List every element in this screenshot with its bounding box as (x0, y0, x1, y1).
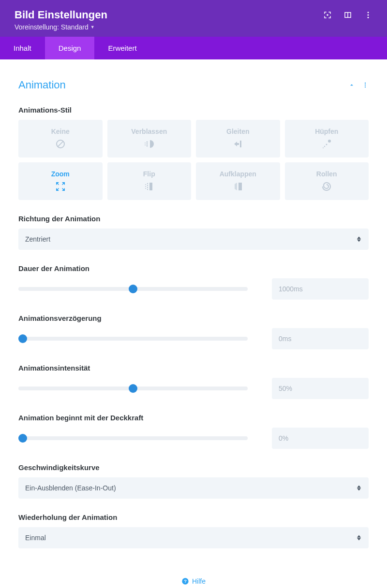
flip-icon (143, 181, 155, 192)
style-label: Verblassen (131, 128, 167, 135)
svg-point-15 (323, 147, 324, 148)
delay-slider[interactable] (18, 333, 248, 344)
tab-design[interactable]: Design (45, 37, 95, 59)
tabs: Inhalt Design Erweitert (0, 37, 387, 59)
repeat-value: Einmal (25, 534, 46, 542)
slider-thumb[interactable] (18, 434, 27, 443)
svg-point-13 (326, 144, 327, 145)
style-label: Aufklappen (220, 170, 256, 178)
svg-point-10 (145, 143, 146, 143)
svg-point-5 (365, 85, 366, 86)
help-link[interactable]: ? Hilfe (18, 577, 369, 585)
chevron-down-icon: ▼ (90, 25, 95, 29)
expand-icon[interactable] (323, 11, 332, 19)
style-option-fade[interactable]: Verblassen (107, 120, 192, 158)
svg-point-20 (145, 184, 146, 185)
slider-thumb[interactable] (129, 384, 137, 393)
intensity-input[interactable]: 50% (272, 378, 369, 399)
style-option-bounce[interactable]: Hüpfen (285, 120, 369, 158)
style-option-slide[interactable]: Gleiten (196, 120, 280, 158)
svg-point-16 (147, 183, 148, 184)
slider-thumb[interactable] (129, 285, 137, 293)
help-icon: ? (181, 577, 189, 585)
svg-point-18 (147, 187, 148, 188)
style-option-flip[interactable]: Flip (107, 162, 192, 200)
opacity-input[interactable]: 0% (272, 428, 369, 449)
fade-icon (143, 138, 155, 150)
zoom-icon (55, 181, 66, 192)
content-area: Animation Animations-Stil Keine Verblass… (0, 59, 387, 588)
modal-header: Bild Einstellungen Voreinstellung: Stand… (0, 0, 387, 37)
svg-point-6 (365, 86, 366, 87)
svg-point-1 (368, 12, 369, 13)
label-speed-curve: Geschwindigkeitskurve (18, 463, 369, 472)
svg-point-14 (324, 146, 325, 147)
slider-thumb[interactable] (18, 334, 27, 343)
repeat-select[interactable]: Einmal (18, 527, 369, 548)
fold-icon (232, 181, 244, 192)
direction-value: Zentriert (25, 235, 50, 243)
section-title[interactable]: Animation (18, 79, 66, 91)
style-label: Flip (143, 170, 155, 178)
label-delay: Animationsverzögerung (18, 314, 369, 322)
tab-content[interactable]: Inhalt (0, 37, 45, 59)
svg-point-19 (147, 189, 148, 190)
style-option-roll[interactable]: Rollen (285, 162, 369, 200)
style-option-none[interactable]: Keine (18, 120, 103, 158)
style-option-zoom[interactable]: Zoom (18, 162, 103, 200)
svg-point-11 (145, 144, 146, 145)
duration-input[interactable]: 1000ms (272, 278, 369, 300)
more-vert-icon[interactable] (362, 82, 369, 88)
style-label: Keine (51, 128, 70, 135)
svg-point-8 (147, 143, 148, 145)
svg-point-2 (368, 14, 369, 16)
label-repeat: Wiederholung der Animation (18, 513, 369, 521)
svg-point-7 (147, 142, 148, 143)
style-option-fold[interactable]: Aufklappen (196, 162, 280, 200)
preset-selector[interactable]: Voreinstellung: Standard ▼ (15, 23, 107, 31)
svg-point-3 (368, 17, 369, 18)
panel-icon[interactable] (343, 11, 352, 19)
svg-rect-0 (327, 14, 328, 16)
label-intensity: Animationsintensität (18, 364, 369, 372)
svg-text:?: ? (184, 579, 187, 584)
select-arrows-icon (356, 535, 362, 541)
duration-slider[interactable] (18, 283, 248, 295)
roll-icon (321, 181, 332, 192)
help-label: Hilfe (192, 577, 206, 585)
chevron-up-icon[interactable] (348, 82, 355, 88)
intensity-slider[interactable] (18, 383, 248, 394)
more-vert-icon[interactable] (364, 11, 372, 19)
delay-input[interactable]: 0ms (272, 328, 369, 349)
style-label: Gleiten (226, 128, 249, 135)
none-icon (55, 138, 66, 150)
bounce-icon (321, 138, 332, 150)
preset-value: Standard (61, 23, 89, 31)
style-label: Hüpfen (315, 128, 338, 135)
style-label: Rollen (316, 170, 337, 178)
select-arrows-icon (356, 237, 362, 242)
tab-advanced[interactable]: Erweitert (94, 37, 150, 59)
svg-point-4 (365, 83, 366, 84)
svg-point-22 (145, 188, 146, 189)
style-label: Zoom (51, 170, 70, 178)
animation-style-grid: Keine Verblassen Gleiten Hüpfen Zoom Fli… (18, 120, 369, 200)
svg-point-17 (147, 185, 148, 186)
select-arrows-icon (356, 486, 362, 491)
label-duration: Dauer der Animation (18, 264, 369, 272)
opacity-slider[interactable] (18, 432, 248, 444)
svg-point-12 (328, 140, 331, 143)
svg-point-9 (147, 145, 148, 147)
speed-curve-value: Ein-Ausblenden (Ease-In-Out) (25, 484, 116, 492)
svg-point-21 (145, 186, 146, 187)
modal-title: Bild Einstellungen (15, 9, 107, 21)
label-opacity: Animation beginnt mit der Deckkraft (18, 414, 369, 422)
slide-icon (232, 138, 244, 150)
label-direction: Richtung der Animation (18, 215, 369, 223)
direction-select[interactable]: Zentriert (18, 229, 369, 250)
preset-prefix: Voreinstellung: (15, 23, 59, 31)
speed-curve-select[interactable]: Ein-Ausblenden (Ease-In-Out) (18, 477, 369, 499)
label-animation-style: Animations-Stil (18, 106, 369, 114)
